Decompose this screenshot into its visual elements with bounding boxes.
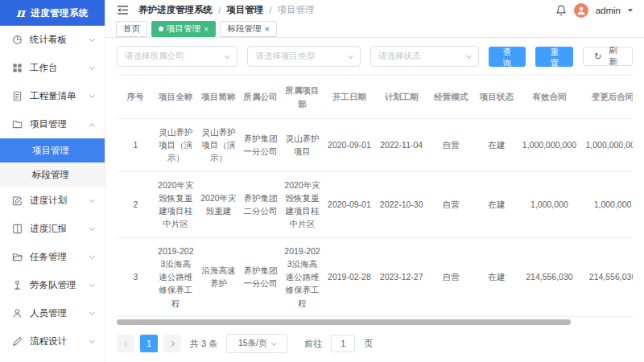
search-button[interactable]: 查询 — [489, 47, 526, 67]
folder-open-icon — [12, 252, 23, 263]
topbar-right: admin — [555, 3, 633, 18]
sidebar-item[interactable]: 工作台 — [0, 54, 105, 82]
sidebar-item[interactable]: 劳务队管理 — [0, 271, 105, 299]
table-cell: 灵山养护项目（演示） — [155, 118, 197, 171]
breadcrumb-separator: / — [218, 6, 221, 15]
company-select[interactable]: 请选择所属公司 — [117, 46, 237, 67]
sidebar-item-label: 工作台 — [30, 62, 90, 74]
table-cell: 在建 — [474, 237, 519, 316]
table-cell: 1,000,000,000 — [519, 118, 579, 171]
chevron-down-icon — [225, 53, 230, 59]
page-size-value: 15条/页 — [238, 338, 267, 349]
collapse-sidebar-icon[interactable] — [117, 5, 129, 15]
refresh-button[interactable]: ↻ 刷新 — [583, 47, 633, 66]
tab[interactable]: 标段管理× — [220, 21, 276, 37]
sidebar-item[interactable]: 流程设计 — [0, 327, 105, 356]
sidebar-item[interactable]: 进度计划 — [0, 187, 105, 215]
table-cell: 1,000,000,000 — [580, 118, 633, 171]
column-header: 开工日期 — [324, 76, 375, 119]
chevron-down-icon — [466, 53, 472, 59]
column-header: 有效合同 — [519, 76, 579, 119]
table-row[interactable]: 32019-2023沿海高速公路维修保养工程沿海高速养护养护集团一分公司2019… — [117, 237, 633, 316]
column-header: 变更后合同 — [580, 76, 633, 119]
chevron-down-icon — [270, 339, 276, 345]
table-cell: 养护集团一分公司 — [240, 237, 281, 316]
table-row[interactable]: 1灵山养护项目（演示）灵山养护项目（演示）养护集团一分公司灵山养护项目2020-… — [117, 118, 633, 171]
sidebar-item-label: 进度汇报 — [30, 223, 90, 235]
chevron-down-icon — [89, 310, 95, 315]
chevron-down-icon — [348, 53, 353, 59]
table-cell: 灵山养护项目（演示） — [197, 118, 240, 171]
grid-icon — [12, 63, 23, 74]
refresh-icon: ↻ — [594, 51, 601, 62]
sidebar-item[interactable]: 任务管理 — [0, 243, 105, 271]
column-header: 所属公司 — [240, 76, 281, 119]
table-cell: 在建 — [474, 118, 519, 171]
page-size-select[interactable]: 15条/页 — [226, 334, 287, 353]
close-tab-icon[interactable]: × — [204, 25, 208, 34]
chevron-down-icon[interactable] — [628, 9, 633, 12]
sidebar-item[interactable]: 统计看板 — [0, 26, 105, 54]
breadcrumb-separator: / — [269, 6, 271, 15]
reset-button[interactable]: 重置 — [535, 47, 573, 67]
column-header: 经营模式 — [428, 76, 474, 119]
sidebar-item[interactable]: 项目管理 — [0, 110, 105, 138]
column-header: 项目简称 — [197, 76, 240, 119]
chevron-down-icon — [89, 225, 95, 231]
notebook-icon — [12, 224, 23, 235]
table-cell: 214,556,030 — [580, 237, 633, 316]
next-page-button[interactable] — [163, 335, 181, 352]
table-cell: 2019-2023沿海高速公路维修保养工程 — [281, 237, 324, 316]
goto-page-input[interactable] — [331, 335, 355, 352]
topbar: 养护进度管理系统 / 项目管理 / 项目管理 admin — [105, 0, 644, 21]
sidebar-subitem[interactable]: 标段管理 — [0, 162, 105, 187]
tab-label: 首页 — [123, 23, 140, 35]
sidebar-item[interactable]: 进度汇报 — [0, 215, 105, 243]
sidebar-item[interactable]: 工程量清单 — [0, 82, 105, 110]
breadcrumb-item[interactable]: 项目管理 — [226, 4, 263, 16]
table-row[interactable]: 22020年灾毁恢复重建项目桂中片区2020年灾毁重建养护集团二分公司2020年… — [117, 171, 633, 237]
chevron-down-icon — [89, 282, 95, 287]
pen-icon — [12, 336, 23, 348]
table-cell: 2022-11-04 — [375, 118, 428, 171]
tab[interactable]: 项目管理× — [151, 21, 216, 37]
sidebar-subitem[interactable]: 项目管理 — [0, 138, 105, 162]
total-count: 共 3 条 — [190, 338, 217, 350]
table-cell: 自营 — [428, 237, 474, 316]
company-select-placeholder: 请选择所属公司 — [125, 51, 184, 62]
table-cell: 2020-09-01 — [324, 171, 375, 237]
table-cell: 2019-02-28 — [324, 237, 375, 316]
page-number-button[interactable]: 1 — [140, 335, 158, 352]
table-header-row: 序号项目全称项目简称所属公司所属项目部开工日期计划工期经营模式项目状态有效合同变… — [117, 76, 633, 119]
table-cell: 214,556,030 — [519, 237, 579, 316]
horizontal-scrollbar[interactable] — [117, 319, 571, 325]
bell-icon[interactable] — [555, 5, 567, 16]
tab[interactable]: 首页 — [116, 21, 147, 37]
table-cell: 灵山养护项目 — [281, 118, 324, 171]
prev-page-button[interactable] — [117, 335, 134, 352]
sidebar-item[interactable]: 人员管理 — [0, 299, 105, 327]
tab-label: 标段管理 — [227, 23, 261, 35]
username[interactable]: admin — [596, 6, 621, 15]
table-cell: 养护集团一分公司 — [240, 118, 281, 171]
breadcrumb-item[interactable]: 养护进度管理系统 — [138, 4, 213, 16]
close-tab-icon[interactable]: × — [264, 25, 269, 34]
avatar[interactable] — [574, 3, 588, 18]
sidebar-item-label: 统计看板 — [30, 34, 90, 46]
table-cell: 2020年灾毁重建 — [197, 171, 240, 237]
chevron-down-icon — [89, 93, 95, 98]
user-icon — [12, 308, 23, 319]
breadcrumb-item-current: 项目管理 — [277, 4, 314, 16]
content: 请选择所属公司 请选择项目类型 请选择状态 查询 重置 ↻ 刷新 — [105, 38, 644, 362]
column-header: 项目状态 — [474, 76, 519, 119]
sidebar-item-label: 项目管理 — [30, 118, 90, 130]
pie-chart-icon — [12, 35, 23, 46]
status-select-placeholder: 请选择状态 — [378, 51, 421, 62]
worker-icon — [12, 280, 23, 291]
project-type-select[interactable]: 请选择项目类型 — [247, 46, 361, 67]
horizontal-scrollbar-track — [117, 319, 633, 325]
refresh-label: 刷新 — [605, 45, 621, 68]
main-area: 养护进度管理系统 / 项目管理 / 项目管理 admin 首页项目管理×标段管理… — [105, 0, 644, 362]
status-select[interactable]: 请选择状态 — [370, 46, 479, 67]
chevron-down-icon — [89, 338, 95, 343]
